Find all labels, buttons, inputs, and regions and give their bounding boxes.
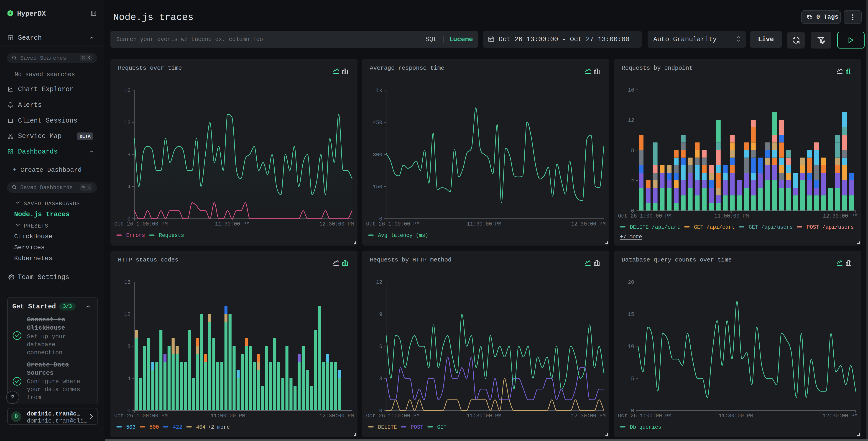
svg-text:Oct 26 1:00:00 PM: Oct 26 1:00:00 PM [366,413,420,419]
svg-text:422: 422 [173,424,182,430]
svg-text:16: 16 [124,280,130,286]
svg-text:GET: GET [437,424,446,430]
svg-text:Oct 26 1:00:00 PM: Oct 26 1:00:00 PM [618,213,672,219]
svg-text:Db queries: Db queries [630,424,661,430]
svg-text:12: 12 [376,280,382,286]
svg-text:9: 9 [379,312,382,318]
svg-text:404: 404 [196,424,206,430]
svg-text:300: 300 [373,152,382,158]
svg-text:POST /api/users: POST /api/users [807,224,854,230]
svg-text:12:30:00 PM: 12:30:00 PM [319,413,354,419]
svg-text:12:30:00 PM: 12:30:00 PM [823,413,858,419]
svg-text:11:30:00 PM: 11:30:00 PM [215,221,250,227]
svg-text:Requests: Requests [159,233,184,238]
svg-text:12:30:00 PM: 12:30:00 PM [571,413,606,419]
svg-text:Avg latency (ms): Avg latency (ms) [378,233,428,238]
svg-text:8: 8 [127,152,130,158]
svg-text:+2 more: +2 more [208,424,230,430]
svg-text:DELETE: DELETE [378,424,397,430]
svg-text:20: 20 [628,280,634,286]
svg-text:8: 8 [631,148,634,154]
svg-text:500: 500 [149,424,159,430]
svg-text:15: 15 [628,312,634,318]
svg-text:GET /api/users: GET /api/users [749,224,793,230]
svg-text:Oct 26 1:00:00 PM: Oct 26 1:00:00 PM [618,413,672,419]
svg-text:6: 6 [379,344,382,350]
svg-text:11:00:00 PM: 11:00:00 PM [211,413,245,419]
svg-text:12: 12 [124,312,130,318]
svg-text:4: 4 [127,184,130,190]
svg-text:503: 503 [126,424,135,430]
svg-text:12: 12 [628,118,634,123]
svg-text:GET /api/cart: GET /api/cart [694,224,735,230]
svg-text:12: 12 [124,120,130,126]
svg-text:12:30:00 PM: 12:30:00 PM [823,213,858,219]
svg-text:Oct 26 1:00:00 PM: Oct 26 1:00:00 PM [366,221,420,227]
svg-text:DELETE /api/cart: DELETE /api/cart [630,224,680,230]
svg-text:Errors: Errors [126,233,145,238]
svg-text:4: 4 [127,376,130,382]
svg-text:16: 16 [124,88,130,94]
svg-text:12:30:00 PM: 12:30:00 PM [319,221,354,227]
svg-text:11:30:00 PM: 11:30:00 PM [719,413,753,419]
svg-text:Oct 26 1:00:00 PM: Oct 26 1:00:00 PM [114,221,168,227]
svg-text:11:00:00 PM: 11:00:00 PM [714,213,749,219]
svg-text:450: 450 [373,120,382,126]
svg-text:11:30:00 PM: 11:30:00 PM [467,221,501,227]
svg-text:4: 4 [631,178,634,184]
svg-text:3: 3 [379,376,382,382]
svg-text:5: 5 [631,376,634,382]
svg-text:10: 10 [628,344,634,350]
svg-text:1k: 1k [376,88,382,94]
svg-text:150: 150 [373,184,382,190]
svg-text:8: 8 [127,344,130,350]
svg-text:Oct 26 1:00:00 PM: Oct 26 1:00:00 PM [114,413,168,419]
svg-text:12:30:00 PM: 12:30:00 PM [571,221,606,227]
svg-text:+7 more: +7 more [620,234,642,240]
svg-text:16: 16 [628,87,634,93]
svg-text:POST: POST [411,424,423,430]
svg-text:11:30:00 PM: 11:30:00 PM [467,413,501,419]
